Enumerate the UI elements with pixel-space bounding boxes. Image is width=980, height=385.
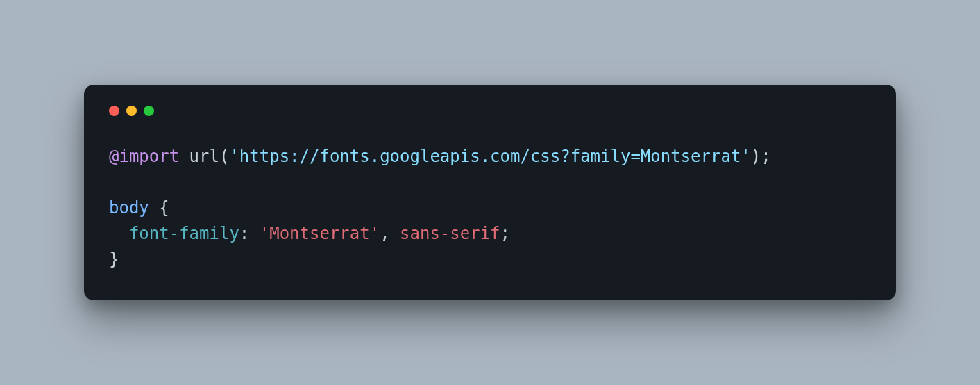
maximize-icon[interactable] xyxy=(144,106,154,116)
close-icon[interactable] xyxy=(109,106,119,116)
url-function: url xyxy=(189,147,219,166)
comma: , xyxy=(380,224,400,243)
url-string: 'https://fonts.googleapis.com/css?family… xyxy=(229,147,750,166)
indent xyxy=(109,224,129,243)
colon: : xyxy=(239,224,260,243)
selector-body: body xyxy=(109,198,149,218)
traffic-lights xyxy=(109,106,871,116)
open-paren: ( xyxy=(219,147,229,166)
close-paren: ) xyxy=(751,147,761,166)
code-window: @import url('https://fonts.googleapis.co… xyxy=(84,85,896,301)
minimize-icon[interactable] xyxy=(126,106,137,116)
semicolon: ; xyxy=(761,147,770,166)
font-name: 'Montserrat' xyxy=(260,224,380,243)
property-font-family: font-family xyxy=(129,224,239,243)
font-fallback: sans-serif xyxy=(400,224,500,243)
semicolon: ; xyxy=(500,224,510,243)
close-brace: } xyxy=(109,249,119,269)
code-block: @import url('https://fonts.googleapis.co… xyxy=(109,144,871,273)
import-keyword: @import xyxy=(109,147,179,166)
open-brace: { xyxy=(149,198,169,218)
